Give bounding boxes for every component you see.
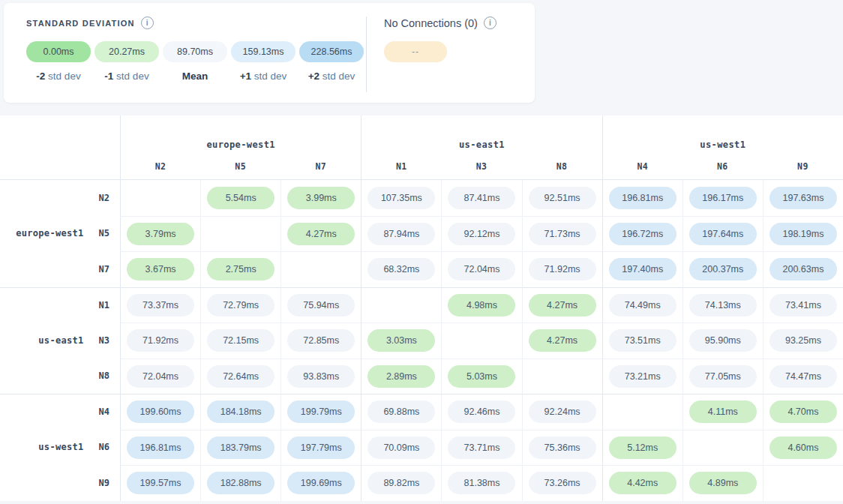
- latency-pill: 199.69ms: [287, 472, 355, 494]
- latency-cell: 197.79ms: [280, 430, 361, 466]
- latency-cell: 199.60ms: [120, 394, 200, 430]
- latency-cell: 72.04ms: [120, 358, 200, 394]
- std-dev-pill-row: 0.00ms20.27ms89.70ms159.13ms228.56ms: [26, 41, 366, 62]
- row-label: N4: [0, 394, 120, 430]
- std-dev-stop-pill: 228.56ms: [299, 41, 364, 62]
- latency-cell: 77.05ms: [682, 358, 763, 394]
- latency-pill: 5.54ms: [207, 187, 274, 209]
- info-icon[interactable]: i: [141, 16, 154, 29]
- latency-pill: 71.92ms: [127, 329, 194, 352]
- legend-card: STANDARD DEVIATION i 0.00ms20.27ms89.70m…: [4, 3, 535, 103]
- latency-cell: 72.85ms: [280, 322, 361, 358]
- row-node-label: N1: [99, 300, 110, 310]
- column-node-header: N8: [522, 153, 602, 180]
- latency-pill: 5.03ms: [448, 365, 515, 388]
- row-label: europe-west1N5: [0, 216, 120, 252]
- latency-cell: 200.37ms: [682, 251, 763, 287]
- latency-cell: 200.63ms: [763, 251, 843, 287]
- row-label: N1: [0, 287, 120, 323]
- latency-pill: 4.98ms: [448, 294, 515, 316]
- latency-pill: 4.27ms: [529, 329, 596, 352]
- latency-cell: [441, 322, 521, 358]
- latency-cell: 4.27ms: [280, 216, 361, 252]
- latency-pill: 95.90ms: [689, 329, 757, 352]
- latency-cell: 197.63ms: [763, 180, 843, 216]
- latency-pill: 5.12ms: [609, 436, 676, 459]
- latency-cell: 3.99ms: [280, 180, 361, 216]
- latency-cell: 184.18ms: [200, 394, 280, 430]
- latency-cell: 72.15ms: [200, 322, 280, 358]
- std-dev-stop-label-suffix: std dev: [251, 70, 286, 82]
- std-dev-title-row: STANDARD DEVIATION i: [26, 16, 366, 29]
- column-region-header: europe-west1: [120, 116, 361, 153]
- latency-pill: 93.25ms: [770, 329, 837, 352]
- latency-pill: 73.71ms: [448, 436, 515, 459]
- latency-pill: 198.19ms: [770, 223, 837, 245]
- latency-cell: 196.81ms: [602, 180, 682, 216]
- latency-pill: 75.94ms: [287, 294, 355, 316]
- latency-pill: 69.88ms: [368, 400, 435, 423]
- latency-pill: 197.63ms: [770, 187, 837, 209]
- latency-cell: 5.03ms: [441, 358, 521, 394]
- latency-cell: 87.41ms: [441, 180, 521, 216]
- latency-pill: 72.15ms: [207, 329, 274, 352]
- row-region-label: europe-west1: [16, 228, 83, 238]
- latency-cell: 92.24ms: [522, 394, 602, 430]
- latency-pill: 184.18ms: [207, 400, 274, 423]
- latency-pill: 73.41ms: [770, 294, 837, 316]
- latency-cell: 4.60ms: [763, 430, 843, 466]
- latency-cell: 5.54ms: [200, 180, 280, 216]
- latency-cell: 199.69ms: [280, 465, 361, 501]
- latency-pill: 81.38ms: [448, 472, 515, 494]
- std-dev-stop-label-value: +2: [308, 70, 320, 82]
- latency-cell: 92.12ms: [441, 216, 521, 252]
- latency-pill: 73.37ms: [127, 294, 194, 316]
- latency-pill: 74.13ms: [689, 294, 757, 316]
- latency-pill: 4.11ms: [689, 400, 757, 423]
- latency-cell: 183.79ms: [200, 430, 280, 466]
- latency-pill: 68.32ms: [368, 258, 435, 280]
- latency-cell: 73.37ms: [120, 287, 200, 323]
- latency-cell: 81.38ms: [441, 465, 521, 501]
- latency-cell: 199.79ms: [280, 394, 361, 430]
- latency-pill: 2.75ms: [207, 258, 274, 280]
- row-node-label: N3: [99, 335, 110, 346]
- latency-cell: 71.73ms: [522, 216, 602, 252]
- no-connections-legend: No Connections (0) i --: [367, 16, 496, 92]
- row-label: N2: [0, 180, 120, 216]
- row-node-label: N4: [99, 406, 110, 417]
- latency-pill: 72.04ms: [448, 258, 515, 280]
- latency-pill: 92.51ms: [529, 187, 596, 209]
- latency-cell: 4.89ms: [682, 465, 763, 501]
- latency-pill: 92.46ms: [448, 400, 515, 423]
- std-dev-stop-label-value: Mean: [182, 70, 208, 82]
- latency-pill: 92.12ms: [448, 223, 515, 245]
- std-dev-stop-label: +2 std dev: [299, 70, 364, 82]
- std-dev-legend: STANDARD DEVIATION i 0.00ms20.27ms89.70m…: [4, 16, 366, 92]
- latency-pill: 197.40ms: [609, 258, 676, 280]
- latency-cell: 198.19ms: [763, 216, 843, 252]
- info-icon[interactable]: i: [484, 16, 496, 29]
- row-region-label: us-east1: [38, 335, 83, 346]
- row-node-label: N5: [99, 228, 110, 238]
- latency-cell: 71.92ms: [522, 251, 602, 287]
- latency-cell: 93.25ms: [763, 322, 843, 358]
- row-label: N7: [0, 251, 120, 287]
- latency-pill: 197.79ms: [287, 436, 355, 459]
- latency-cell: 4.98ms: [441, 287, 521, 323]
- latency-cell: 3.79ms: [120, 216, 200, 252]
- latency-pill: 72.64ms: [207, 365, 274, 388]
- latency-pill: 92.24ms: [529, 400, 596, 423]
- no-connections-pill: --: [384, 41, 447, 62]
- column-node-header: N7: [280, 153, 361, 180]
- latency-pill: 107.35ms: [368, 187, 435, 209]
- latency-cell: 70.09ms: [361, 430, 441, 466]
- latency-cell: 87.94ms: [361, 216, 441, 252]
- latency-pill: 71.92ms: [529, 258, 596, 280]
- latency-pill: 77.05ms: [689, 365, 757, 388]
- latency-cell: 74.13ms: [682, 287, 763, 323]
- latency-pill: 72.85ms: [287, 329, 355, 352]
- row-node-label: N6: [99, 442, 110, 452]
- latency-cell: 4.11ms: [682, 394, 763, 430]
- row-node-label: N2: [99, 193, 110, 203]
